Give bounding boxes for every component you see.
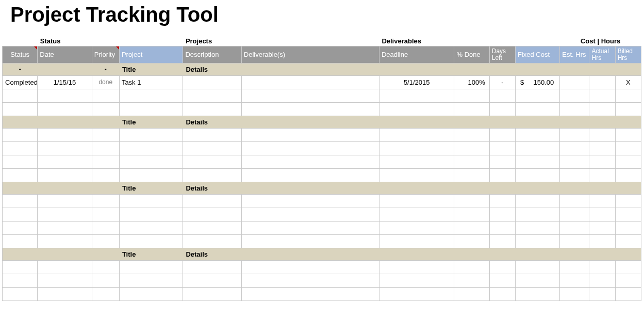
- cell-days-left[interactable]: -: [489, 75, 515, 89]
- col-fixed-cost[interactable]: Fixed Cost: [515, 46, 559, 63]
- col-deliverable[interactable]: Deliverable(s): [241, 46, 379, 63]
- group-details[interactable]: Details: [183, 63, 241, 75]
- section-cost-hours: Cost | Hours: [560, 35, 641, 46]
- table-row: [3, 234, 641, 248]
- project-tracking-table: Status Projects Deliverables Cost | Hour…: [2, 35, 641, 301]
- table-row: [3, 89, 641, 102]
- table-row: [3, 155, 641, 168]
- table-row: [3, 141, 641, 155]
- table-row: [3, 194, 641, 208]
- col-days-left[interactable]: DaysLeft: [489, 46, 515, 63]
- group-header-row: - - Title Details: [3, 63, 641, 75]
- page-title: Project Tracking Tool: [0, 0, 644, 35]
- group-dash: -: [92, 63, 119, 75]
- section-deliverables: Deliverables: [379, 35, 454, 46]
- cell-status[interactable]: Completed: [3, 75, 38, 89]
- cell-deliverable[interactable]: [241, 75, 379, 89]
- section-headings-row: Status Projects Deliverables Cost | Hour…: [3, 35, 641, 46]
- section-status: Status: [38, 35, 92, 46]
- col-billed-hrs[interactable]: BilledHrs: [615, 46, 641, 63]
- col-priority[interactable]: Priority: [92, 46, 119, 63]
- table-row: [3, 102, 641, 116]
- group-title[interactable]: Title: [119, 63, 183, 75]
- cell-pct-done[interactable]: 100%: [454, 75, 489, 89]
- col-est-hrs[interactable]: Est. Hrs: [560, 46, 589, 63]
- group-details[interactable]: Details: [183, 116, 241, 128]
- table-row: Completed 1/15/15 done Task 1 5/1/2015 1…: [3, 75, 641, 89]
- cell-project[interactable]: Task 1: [119, 75, 183, 89]
- table-row: [3, 221, 641, 234]
- group-title[interactable]: Title: [119, 116, 183, 128]
- table-row: [3, 208, 641, 221]
- cell-est-hrs[interactable]: [560, 75, 589, 89]
- group-title[interactable]: Title: [119, 248, 183, 260]
- cell-billed-hrs[interactable]: X: [615, 75, 641, 89]
- cell-description[interactable]: [183, 75, 241, 89]
- col-project[interactable]: Project: [119, 46, 183, 63]
- comment-indicator-icon: [116, 46, 119, 50]
- group-details[interactable]: Details: [183, 248, 241, 260]
- group-title[interactable]: Title: [119, 182, 183, 194]
- col-deadline[interactable]: Deadline: [379, 46, 454, 63]
- table-row: [3, 260, 641, 274]
- col-status[interactable]: Status: [3, 46, 38, 63]
- group-header-row: Title Details: [3, 182, 641, 194]
- section-projects: Projects: [183, 35, 241, 46]
- table-row: [3, 128, 641, 141]
- cell-priority[interactable]: done: [92, 75, 119, 89]
- col-date[interactable]: Date: [38, 46, 92, 63]
- cell-date[interactable]: 1/15/15: [38, 75, 92, 89]
- table-row: [3, 287, 641, 301]
- group-details[interactable]: Details: [183, 182, 241, 194]
- cell-actual-hrs[interactable]: [589, 75, 615, 89]
- group-header-row: Title Details: [3, 248, 641, 260]
- col-description[interactable]: Description: [183, 46, 241, 63]
- group-header-row: Title Details: [3, 116, 641, 128]
- cell-deadline[interactable]: 5/1/2015: [379, 75, 454, 89]
- group-dash: -: [3, 63, 38, 75]
- column-header-row: Status Date Priority Project Description…: [3, 46, 641, 63]
- col-actual-hrs[interactable]: ActualHrs: [589, 46, 615, 63]
- col-pct-done[interactable]: % Done: [454, 46, 489, 63]
- cell-fixed-cost[interactable]: $150.00: [515, 75, 559, 89]
- table-row: [3, 274, 641, 287]
- comment-indicator-icon: [34, 46, 37, 50]
- table-row: [3, 168, 641, 182]
